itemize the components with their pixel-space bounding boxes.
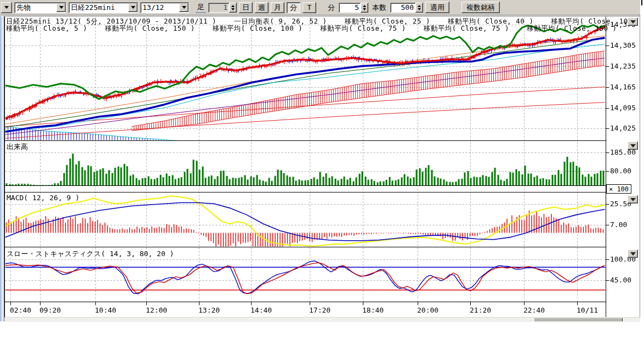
chevron-down-icon — [630, 20, 636, 24]
y-axis-label: 14,305 — [610, 41, 636, 49]
chevron-down-icon — [4, 6, 9, 9]
x-axis-label: 22:40 — [523, 306, 545, 314]
y-axis-label: 14,235 — [610, 62, 636, 70]
horizontal-scrollbar[interactable] — [4, 317, 640, 322]
ashi-value: 1 — [208, 3, 229, 13]
x-axis-label: 18:40 — [362, 306, 384, 314]
main-pane-menu-button[interactable] — [628, 18, 638, 26]
stoch-pane-menu-button[interactable] — [628, 250, 638, 258]
ashi-spinner: 1 — [208, 3, 237, 13]
bars-spinner[interactable]: 500 — [390, 3, 423, 13]
spinner-arrows-icon[interactable] — [361, 3, 368, 13]
y-axis-label: 80.00 — [610, 167, 631, 175]
y-axis-label: 45.00 — [610, 276, 631, 284]
contract-month-value: 13/12 — [140, 3, 179, 12]
y-axis-label: 14,095 — [610, 104, 636, 112]
symbol-combo[interactable]: 日経225mini — [69, 2, 138, 13]
volume-pane-menu-button[interactable] — [628, 141, 638, 150]
macd-pane-label: MACD( 12, 26, 9 ) — [7, 194, 79, 202]
minute-label: 分 — [326, 3, 337, 13]
ashi-label: 足 — [196, 2, 206, 13]
x-axis-label: 10/11 — [577, 306, 598, 314]
chart-header-line2: 移動平均( Close, 5 ) 移動平均( Close, 150 ) 移動平均… — [6, 24, 617, 33]
minute-spinner[interactable]: 5 — [339, 3, 368, 13]
chevron-down-icon — [630, 144, 636, 148]
chevron-down-icon — [630, 198, 636, 201]
window-corner-mark — [641, 0, 642, 5]
x-axis-label: 02:40 — [10, 306, 31, 314]
x-axis-label: 12:00 — [146, 306, 167, 314]
window-right-border — [640, 0, 640, 321]
macd-pane-menu-button[interactable] — [628, 195, 638, 203]
x-axis-label: 13:20 — [198, 306, 220, 314]
x-axis-label: 20:00 — [417, 306, 438, 314]
apply-button[interactable]: 適用 — [425, 2, 449, 13]
x-axis-label: 09:20 — [39, 306, 61, 314]
symbol-value: 日経225mini — [69, 3, 128, 13]
spinner-arrows-icon[interactable] — [415, 3, 423, 13]
chevron-down-icon[interactable] — [128, 3, 138, 12]
bars-label: 本数 — [371, 3, 388, 13]
toolbar-drop-button[interactable] — [1, 2, 12, 13]
period-tick-button[interactable]: T — [303, 2, 316, 13]
contract-month-combo[interactable]: 13/12 — [140, 2, 189, 13]
y-axis-label: 14,025 — [610, 124, 636, 132]
instrument-type-value: 先物 — [14, 3, 56, 13]
left-splitter[interactable] — [0, 16, 4, 321]
minute-value[interactable]: 5 — [339, 3, 361, 13]
horizontal-scrollbar-thumb[interactable] — [534, 318, 623, 321]
x-axis-label: 21:20 — [470, 306, 491, 314]
instrument-type-combo[interactable]: 先物 — [14, 2, 66, 13]
chevron-down-icon[interactable] — [179, 3, 189, 12]
x-axis-label: 10:40 — [95, 306, 116, 314]
chart-application-window: 先物 日経225mini 13/12 足 1 日 週 月 分 T 分 5 本数 … — [0, 0, 644, 351]
chevron-down-icon — [630, 252, 636, 256]
y-axis-label: 14,165 — [610, 83, 636, 91]
period-month-button[interactable]: 月 — [271, 2, 284, 13]
volume-multiplier-badge: × 100 — [606, 184, 631, 194]
stoch-pane-label: スロー・ストキャスティクス( 14, 3, 80, 20 ) — [7, 249, 174, 259]
x-axis-label: 17:20 — [309, 306, 330, 314]
multi-symbol-button[interactable]: 複数銘柄 — [461, 2, 500, 13]
period-week-button[interactable]: 週 — [255, 2, 269, 13]
period-day-button[interactable]: 日 — [239, 2, 253, 13]
x-axis-label: 14:40 — [250, 306, 272, 314]
chevron-down-icon[interactable] — [56, 3, 66, 12]
period-minute-button[interactable]: 分 — [287, 2, 300, 13]
bars-value[interactable]: 500 — [390, 3, 415, 13]
spinner-arrows-icon[interactable] — [229, 3, 237, 13]
y-axis-label: 7.00 — [610, 220, 627, 229]
toolbar: 先物 日経225mini 13/12 足 1 日 週 月 分 T 分 5 本数 … — [0, 0, 640, 15]
volume-pane-label: 出来高 — [7, 142, 28, 152]
chart-canvas[interactable] — [0, 0, 644, 351]
